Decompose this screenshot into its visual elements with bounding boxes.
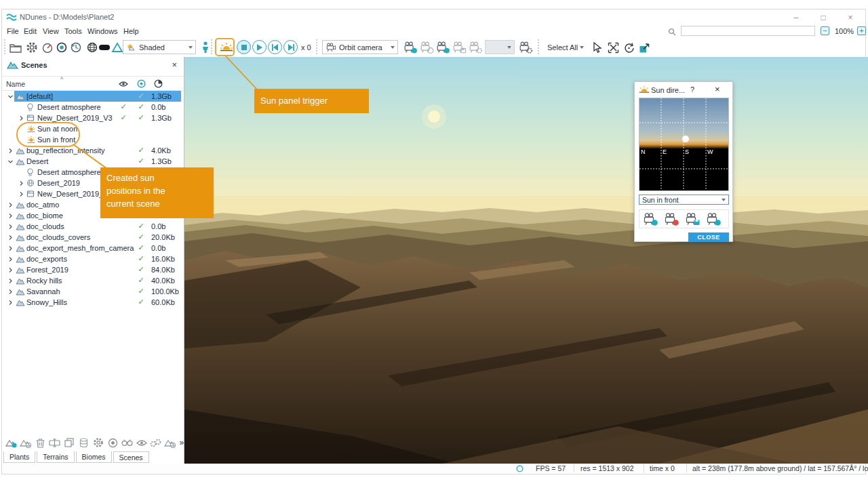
expand-arrow[interactable] bbox=[18, 180, 25, 186]
active-check-icon[interactable]: ✓ bbox=[136, 232, 146, 241]
active-check-icon[interactable]: ✓ bbox=[136, 92, 146, 100]
database-button[interactable] bbox=[77, 436, 90, 449]
zoom-out-button[interactable]: − bbox=[821, 26, 829, 35]
collapse-arrow[interactable] bbox=[7, 93, 14, 100]
goto-sun-view-button[interactable] bbox=[705, 212, 722, 226]
tree-row[interactable]: doc_clouds_covers✓20.0Kb bbox=[2, 232, 184, 243]
help-button[interactable]: ? bbox=[690, 85, 694, 94]
gears-button[interactable] bbox=[150, 436, 162, 449]
select-tool-button[interactable] bbox=[589, 39, 606, 56]
search-input[interactable] bbox=[681, 26, 815, 36]
record-scene-button[interactable] bbox=[106, 436, 119, 449]
close-panel-button[interactable]: CLOSE bbox=[688, 232, 729, 242]
expand-arrow[interactable] bbox=[7, 277, 14, 284]
tree-row[interactable]: [default]✓1.3Gb bbox=[2, 91, 184, 102]
play-button[interactable] bbox=[252, 40, 267, 54]
sun-panel-close-button[interactable]: × bbox=[715, 84, 720, 94]
expand-arrow[interactable] bbox=[7, 256, 14, 262]
step-forward-button[interactable] bbox=[283, 40, 298, 54]
camera-settings-button[interactable] bbox=[517, 39, 534, 56]
scene-settings-button[interactable] bbox=[92, 436, 104, 449]
tree-row[interactable]: Desert atmosphere✓✓0.0b bbox=[2, 102, 184, 113]
tree-row[interactable]: Snowy_Hills✓60.0Kb bbox=[2, 297, 184, 308]
save-sun-view-button[interactable] bbox=[684, 212, 701, 226]
active-check-icon[interactable]: ✓ bbox=[136, 222, 146, 230]
open-project-button[interactable] bbox=[7, 39, 24, 56]
duplicate-scene-button[interactable] bbox=[63, 436, 75, 449]
import-scene-button[interactable] bbox=[20, 436, 32, 449]
move-tool-button[interactable] bbox=[605, 39, 621, 56]
camera-preset-dropdown[interactable] bbox=[485, 40, 515, 54]
expand-arrow[interactable] bbox=[7, 288, 14, 295]
sun-position-handle[interactable] bbox=[682, 136, 689, 142]
visibility-column-icon[interactable] bbox=[119, 81, 128, 87]
expand-arrow[interactable] bbox=[18, 115, 25, 121]
expand-arrow[interactable] bbox=[7, 147, 14, 154]
add-sun-view-button[interactable] bbox=[642, 212, 658, 226]
menu-tools[interactable]: Tools bbox=[62, 26, 85, 36]
tree-row[interactable]: Savannah✓100.0Kb bbox=[2, 286, 184, 297]
step-back-button[interactable] bbox=[268, 40, 282, 54]
expand-arrow[interactable] bbox=[7, 212, 14, 219]
tree-row[interactable]: doc_clouds✓0.0b bbox=[2, 221, 184, 232]
tree-row[interactable]: Rocky hills✓40.0Kb bbox=[2, 275, 184, 286]
active-check-icon[interactable]: ✓ bbox=[136, 298, 146, 306]
visible-check-icon[interactable]: ✓ bbox=[119, 113, 128, 122]
active-check-icon[interactable]: ✓ bbox=[136, 254, 146, 263]
name-column-header[interactable]: Name bbox=[6, 80, 25, 88]
render-mode-dropdown[interactable]: Shaded bbox=[123, 40, 196, 54]
menu-edit[interactable]: Edit bbox=[21, 26, 39, 36]
delete-scene-button[interactable] bbox=[35, 436, 47, 449]
rotate-tool-button[interactable] bbox=[620, 39, 637, 56]
more-tools-button[interactable]: » bbox=[179, 438, 184, 447]
panel-close-button[interactable]: × bbox=[172, 60, 177, 70]
active-check-icon[interactable]: ✓ bbox=[136, 243, 146, 252]
active-check-icon[interactable]: ✓ bbox=[136, 113, 146, 122]
expand-arrow[interactable] bbox=[7, 266, 14, 273]
sun-position-widget[interactable]: N E S W bbox=[639, 98, 729, 191]
tab-terrains[interactable]: Terrains bbox=[37, 451, 74, 463]
active-column-icon[interactable] bbox=[137, 79, 146, 88]
active-check-icon[interactable]: ✓ bbox=[136, 287, 146, 296]
tab-scenes[interactable]: Scenes bbox=[113, 451, 149, 463]
camera-remove-button[interactable] bbox=[418, 39, 435, 56]
camera-add-button[interactable] bbox=[402, 39, 418, 56]
active-check-icon[interactable]: ✓ bbox=[136, 265, 146, 274]
minimize-button[interactable]: – bbox=[786, 12, 806, 24]
expand-arrow[interactable] bbox=[7, 234, 14, 241]
settings-button[interactable] bbox=[24, 39, 40, 56]
memory-column-icon[interactable] bbox=[154, 79, 163, 88]
sort-ascending-icon[interactable]: ^ bbox=[60, 76, 63, 83]
expand-arrow[interactable] bbox=[18, 190, 25, 197]
expand-arrow[interactable] bbox=[7, 299, 14, 306]
tab-plants[interactable]: Plants bbox=[3, 451, 35, 463]
scale-tool-button[interactable] bbox=[636, 39, 652, 56]
menu-view[interactable]: View bbox=[40, 26, 62, 36]
menu-windows[interactable]: Windows bbox=[85, 26, 121, 36]
maximize-button[interactable]: □ bbox=[813, 12, 833, 24]
active-check-icon[interactable]: ✓ bbox=[136, 102, 146, 111]
camera-save-button[interactable] bbox=[451, 39, 467, 56]
camera-goto-button[interactable] bbox=[435, 39, 451, 56]
active-check-icon[interactable]: ✓ bbox=[136, 146, 146, 155]
delete-sun-view-button[interactable] bbox=[663, 212, 679, 226]
expand-arrow[interactable] bbox=[7, 201, 14, 208]
tree-row[interactable]: doc_export_mesh_from_camera✓0.0b bbox=[2, 243, 184, 253]
history-button[interactable] bbox=[68, 39, 84, 56]
close-button[interactable]: × bbox=[840, 12, 861, 24]
tab-biomes[interactable]: Biomes bbox=[76, 451, 112, 463]
visible-check-icon[interactable]: ✓ bbox=[119, 102, 128, 111]
expand-arrow[interactable] bbox=[7, 245, 14, 251]
menu-file[interactable]: File bbox=[4, 26, 22, 36]
collapse-arrow[interactable] bbox=[7, 158, 14, 165]
sun-preset-dropdown[interactable]: Sun in front bbox=[639, 195, 729, 205]
export-scene-button[interactable] bbox=[164, 436, 176, 449]
select-all-dropdown[interactable]: Select All bbox=[544, 40, 587, 54]
eye-icon[interactable] bbox=[136, 436, 148, 449]
tree-row[interactable]: doc_exports✓16.0Kb bbox=[2, 253, 184, 264]
zoom-in-button[interactable]: + bbox=[857, 26, 866, 35]
active-check-icon[interactable]: ✓ bbox=[136, 157, 146, 165]
add-scene-button[interactable] bbox=[5, 436, 18, 449]
camera-config-button[interactable] bbox=[467, 39, 484, 56]
binoculars-icon[interactable] bbox=[121, 436, 133, 449]
